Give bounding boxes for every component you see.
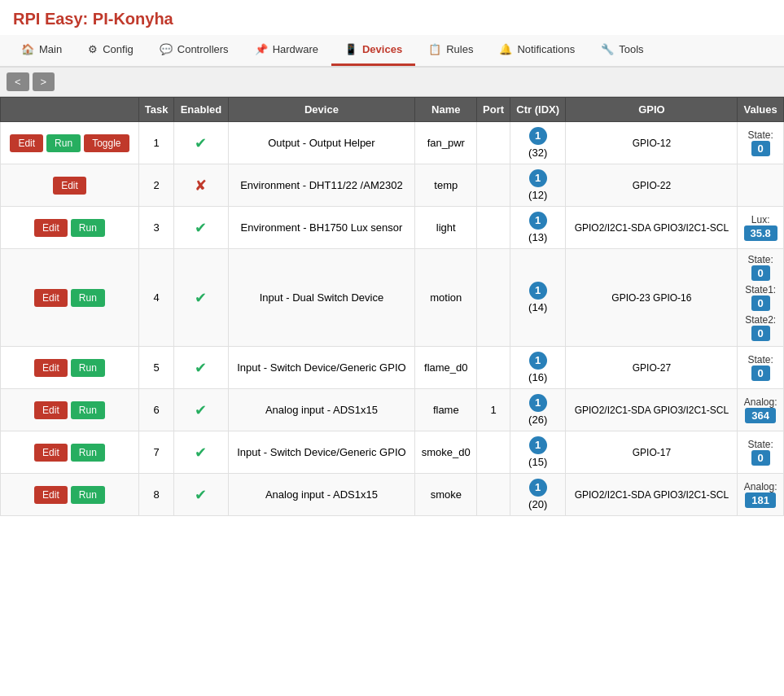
value-badge: 181 bbox=[745, 492, 776, 508]
value-badge: 35.8 bbox=[744, 225, 777, 241]
value-badge: 0 bbox=[751, 450, 770, 466]
run-button[interactable]: Run bbox=[71, 401, 105, 419]
device-cell: Input - Dual Switch Device bbox=[228, 249, 415, 347]
values-cell: State:0 bbox=[738, 122, 784, 164]
idx-value: (12) bbox=[528, 189, 547, 201]
col-device: Device bbox=[228, 98, 415, 122]
run-button[interactable]: Run bbox=[71, 289, 105, 307]
edit-button[interactable]: Edit bbox=[34, 359, 68, 377]
value-badge: 364 bbox=[745, 408, 776, 423]
device-cell: Environment - BH1750 Lux sensor bbox=[228, 207, 415, 249]
nav-tools[interactable]: 🔧 Tools bbox=[588, 35, 656, 66]
value-label2: State1: bbox=[742, 284, 778, 295]
ctr-badge: 1 bbox=[529, 169, 547, 187]
nav-controllers[interactable]: 💬 Controllers bbox=[147, 35, 242, 66]
ctr-cell: 1(14) bbox=[510, 249, 565, 347]
idx-value: (13) bbox=[528, 231, 547, 243]
ctr-badge: 1 bbox=[529, 127, 547, 145]
idx-value: (20) bbox=[528, 498, 547, 510]
name-cell: smoke bbox=[415, 474, 477, 516]
values-cell: State:0 bbox=[738, 431, 784, 474]
name-cell: smoke_d0 bbox=[415, 431, 477, 474]
run-button[interactable]: Run bbox=[71, 486, 105, 504]
nav-main[interactable]: 🏠 Main bbox=[8, 35, 75, 66]
values-cell: Lux:35.8 bbox=[738, 207, 784, 249]
enabled-cell: ✔ bbox=[174, 249, 228, 347]
run-button[interactable]: Run bbox=[71, 359, 105, 377]
ctr-badge: 1 bbox=[529, 352, 547, 370]
check-icon: ✔ bbox=[195, 360, 207, 376]
edit-button[interactable]: Edit bbox=[34, 219, 68, 237]
value-label: Analog: bbox=[742, 396, 778, 408]
idx-value: (26) bbox=[528, 414, 547, 426]
app-title: RPI Easy: PI-Konyha bbox=[0, 0, 784, 35]
edit-button[interactable]: Edit bbox=[53, 177, 86, 195]
table-row: EditRun4✔Input - Dual Switch Devicemotio… bbox=[1, 249, 784, 347]
edit-button[interactable]: Edit bbox=[34, 444, 68, 462]
name-cell: motion bbox=[415, 249, 477, 347]
actions-cell: EditRunToggle bbox=[1, 122, 139, 164]
task-cell: 3 bbox=[138, 207, 173, 249]
value-label3: State2: bbox=[742, 314, 778, 326]
enabled-cell: ✘ bbox=[174, 164, 228, 207]
ctr-cell: 1(16) bbox=[510, 347, 565, 389]
task-cell: 5 bbox=[138, 347, 173, 389]
edit-button[interactable]: Edit bbox=[34, 289, 68, 307]
check-icon: ✔ bbox=[195, 487, 207, 503]
idx-value: (16) bbox=[528, 371, 547, 383]
ctr-badge: 1 bbox=[529, 479, 547, 497]
port-cell bbox=[477, 122, 510, 164]
name-cell: flame_d0 bbox=[415, 347, 477, 389]
run-button[interactable]: Run bbox=[71, 444, 105, 462]
values-cell: State:0 bbox=[738, 347, 784, 389]
value-label: State: bbox=[742, 439, 778, 450]
actions-cell: EditRun bbox=[1, 474, 139, 516]
col-port: Port bbox=[477, 98, 510, 122]
prev-button[interactable]: < bbox=[7, 72, 29, 91]
port-cell bbox=[477, 474, 510, 516]
nav-config[interactable]: ⚙ Config bbox=[75, 35, 147, 66]
value-label: State: bbox=[742, 354, 778, 366]
device-cell: Analog input - ADS1x15 bbox=[228, 474, 415, 516]
port-cell bbox=[477, 431, 510, 474]
gpio-cell: GPIO-23 GPIO-16 bbox=[566, 249, 738, 347]
enabled-cell: ✔ bbox=[174, 207, 228, 249]
nav-hardware[interactable]: 📌 Hardware bbox=[242, 35, 331, 66]
actions-cell: EditRun bbox=[1, 207, 139, 249]
ctr-cell: 1(20) bbox=[510, 474, 565, 516]
value-badge: 0 bbox=[751, 141, 770, 156]
value-badge: 0 bbox=[751, 366, 770, 381]
value-badge3: 0 bbox=[751, 326, 770, 341]
nav-notifications[interactable]: 🔔 Notifications bbox=[486, 35, 588, 66]
device-cell: Input - Switch Device/Generic GPIO bbox=[228, 431, 415, 474]
idx-value: (15) bbox=[528, 456, 547, 468]
actions-cell: Edit bbox=[1, 164, 139, 207]
toggle-button[interactable]: Toggle bbox=[84, 134, 129, 152]
edit-button[interactable]: Edit bbox=[34, 486, 68, 504]
check-icon: ✔ bbox=[195, 135, 207, 151]
devices-table: Task Enabled Device Name Port Ctr (IDX) … bbox=[0, 97, 784, 516]
nav-rules[interactable]: 📋 Rules bbox=[415, 35, 486, 66]
idx-value: (14) bbox=[528, 301, 547, 313]
enabled-cell: ✔ bbox=[174, 389, 228, 431]
nav-devices[interactable]: 📱 Devices bbox=[331, 35, 415, 66]
next-button[interactable]: > bbox=[33, 72, 55, 91]
gpio-cell: GPIO2/I2C1-SDA GPIO3/I2C1-SCL bbox=[566, 389, 738, 431]
values-cell: Analog:181 bbox=[738, 474, 784, 516]
value-label: Lux: bbox=[742, 214, 778, 225]
col-task: Task bbox=[138, 98, 173, 122]
port-cell bbox=[477, 347, 510, 389]
table-row: EditRun6✔Analog input - ADS1x15flame11(2… bbox=[1, 389, 784, 431]
task-cell: 1 bbox=[138, 122, 173, 164]
task-cell: 7 bbox=[138, 431, 173, 474]
device-cell: Analog input - ADS1x15 bbox=[228, 389, 415, 431]
ctr-cell: 1(26) bbox=[510, 389, 565, 431]
task-cell: 2 bbox=[138, 164, 173, 207]
values-cell: Analog:364 bbox=[738, 389, 784, 431]
run-button[interactable]: Run bbox=[46, 134, 81, 152]
edit-button[interactable]: Edit bbox=[34, 401, 68, 419]
gpio-cell: GPIO-12 bbox=[566, 122, 738, 164]
table-row: EditRun3✔Environment - BH1750 Lux sensor… bbox=[1, 207, 784, 249]
edit-button[interactable]: Edit bbox=[10, 134, 43, 152]
run-button[interactable]: Run bbox=[71, 219, 105, 237]
